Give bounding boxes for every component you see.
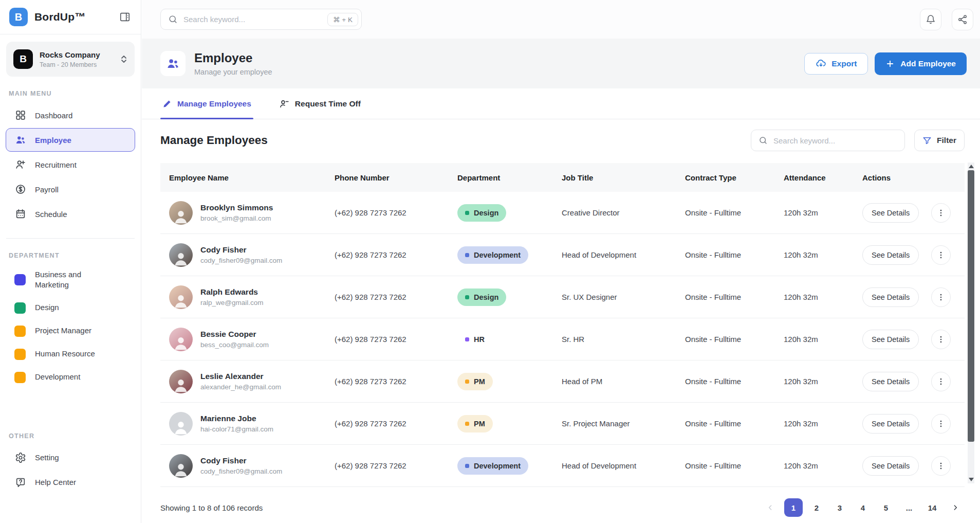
page-button-5[interactable]: 5 <box>877 498 895 517</box>
attendance-cell: 120h 32m <box>784 293 862 301</box>
see-details-button[interactable]: See Details <box>862 245 919 265</box>
employee-email: bess_coo@gmail.com <box>200 341 269 349</box>
page-button-4[interactable]: 4 <box>854 498 872 517</box>
department-badge: PM <box>457 415 493 432</box>
phone-cell: (+62) 928 7273 7262 <box>335 377 457 386</box>
department-label: Business and Marketing <box>35 269 112 291</box>
badge-dot <box>465 337 469 341</box>
page-button-14[interactable]: 14 <box>923 498 941 517</box>
notifications-button[interactable] <box>920 9 941 30</box>
badge-dot <box>465 422 469 426</box>
see-details-button[interactable]: See Details <box>862 203 919 223</box>
chevron-left-icon <box>766 503 774 512</box>
kebab-menu-button[interactable] <box>931 414 951 434</box>
sidebar-collapse-icon[interactable] <box>118 10 132 24</box>
kebab-menu-button[interactable] <box>931 372 951 391</box>
badge-dot <box>465 380 469 384</box>
sidebar-item-label: Dashboard <box>35 111 72 120</box>
table-footer: Showing 1 to 8 of 106 records 1 2 3 4 5 … <box>160 498 965 522</box>
page-ellipsis[interactable]: ... <box>900 498 918 517</box>
employee-email: hai-color71@gmail.com <box>200 425 273 433</box>
tab-manage-employees[interactable]: Manage Employees <box>160 88 253 119</box>
people-icon <box>15 134 26 146</box>
kebab-menu-button[interactable] <box>931 330 951 349</box>
section-heading: Manage Employees <box>160 134 268 147</box>
filter-button[interactable]: Filter <box>914 130 965 151</box>
sidebar-item-label: Employee <box>35 136 71 145</box>
tab-request-time-off[interactable]: Request Time Off <box>277 88 363 119</box>
section-label-main-menu: MAIN MENU <box>0 90 141 97</box>
section-label-other: OTHER <box>0 432 141 440</box>
kebab-menu-button[interactable] <box>931 245 951 265</box>
table-row: Cody Fisher cody_fisher09@gmail.com (+62… <box>160 234 965 276</box>
app-title: BordUp™ <box>34 11 85 23</box>
job-title-cell: Sr. Project Manager <box>562 419 685 428</box>
kebab-icon <box>936 208 946 218</box>
sidebar-item-setting[interactable]: Setting <box>6 446 135 470</box>
table-search-input[interactable] <box>773 136 897 145</box>
company-selector[interactable]: B Rocks Company Team - 20 Members <box>6 42 135 77</box>
kebab-icon <box>936 293 946 302</box>
employee-name: Marienne Jobe <box>200 414 273 423</box>
global-search-input[interactable] <box>183 15 322 24</box>
sidebar-item-payroll[interactable]: Payroll <box>6 177 135 201</box>
scroll-down-arrow[interactable] <box>969 478 974 481</box>
next-page-button[interactable] <box>946 498 965 517</box>
scroll-up-arrow[interactable] <box>969 165 974 168</box>
table-row: Leslie Alexander alexander_he@gmail.com … <box>160 360 965 403</box>
sidebar-item-help-center[interactable]: Help Center <box>6 471 135 494</box>
kebab-menu-button[interactable] <box>931 203 951 223</box>
see-details-button[interactable]: See Details <box>862 287 919 307</box>
attendance-cell: 120h 32m <box>784 377 862 386</box>
avatar <box>169 243 193 267</box>
previous-page-button[interactable] <box>761 498 780 517</box>
page-title: Employee <box>194 51 272 65</box>
department-color-swatch <box>14 349 26 360</box>
job-title-cell: Sr. HR <box>562 335 685 344</box>
kebab-icon <box>936 419 946 428</box>
calendar-icon <box>15 208 26 220</box>
employee-name: Leslie Alexander <box>200 372 281 381</box>
page-button-2[interactable]: 2 <box>807 498 826 517</box>
app-logo: B <box>9 8 28 26</box>
employee-name: Bessie Cooper <box>200 330 269 339</box>
avatar <box>169 201 193 225</box>
export-button[interactable]: Export <box>804 53 868 75</box>
page-button-3[interactable]: 3 <box>830 498 849 517</box>
page-button-1[interactable]: 1 <box>784 498 803 517</box>
job-title-cell: Creative Director <box>562 208 685 217</box>
scrollbar-thumb[interactable] <box>968 170 974 442</box>
department-item-project-manager[interactable]: Project Manager <box>6 321 135 341</box>
department-item-development[interactable]: Development <box>6 368 135 387</box>
see-details-button[interactable]: See Details <box>862 456 919 476</box>
share-button[interactable] <box>952 9 973 30</box>
sidebar-item-employee[interactable]: Employee <box>6 128 135 152</box>
see-details-button[interactable]: See Details <box>862 414 919 434</box>
company-logo: B <box>13 49 33 69</box>
sidebar-item-label: Recruitment <box>35 160 77 169</box>
kebab-menu-button[interactable] <box>931 287 951 307</box>
other-menu: Setting Help Center <box>0 446 141 494</box>
add-employee-button[interactable]: Add Employee <box>875 52 967 75</box>
department-badge: Design <box>457 288 506 306</box>
department-badge: HR <box>457 331 492 348</box>
sidebar-item-schedule[interactable]: Schedule <box>6 202 135 226</box>
gear-icon <box>15 452 26 463</box>
main-menu: Dashboard Employee Recruitment <box>0 103 141 226</box>
table-row: Bessie Cooper bess_coo@gmail.com (+62) 9… <box>160 318 965 360</box>
department-item-design[interactable]: Design <box>6 298 135 318</box>
sidebar: B BordUp™ B Rocks Company Team - 20 Memb… <box>0 0 141 523</box>
column-header: Employee Name <box>160 173 335 182</box>
help-icon <box>15 477 26 488</box>
department-item-business-marketing[interactable]: Business and Marketing <box>6 265 135 295</box>
see-details-button[interactable]: See Details <box>862 372 919 391</box>
kebab-menu-button[interactable] <box>931 456 951 476</box>
column-header: Phone Number <box>335 173 457 182</box>
employee-email: brook_sim@gmail.com <box>200 214 273 222</box>
sidebar-item-dashboard[interactable]: Dashboard <box>6 103 135 127</box>
department-item-human-resource[interactable]: Human Resource <box>6 345 135 364</box>
employee-email: cody_fisher09@gmail.com <box>200 467 282 475</box>
see-details-button[interactable]: See Details <box>862 330 919 349</box>
kebab-icon <box>936 335 946 344</box>
sidebar-item-recruitment[interactable]: Recruitment <box>6 153 135 176</box>
